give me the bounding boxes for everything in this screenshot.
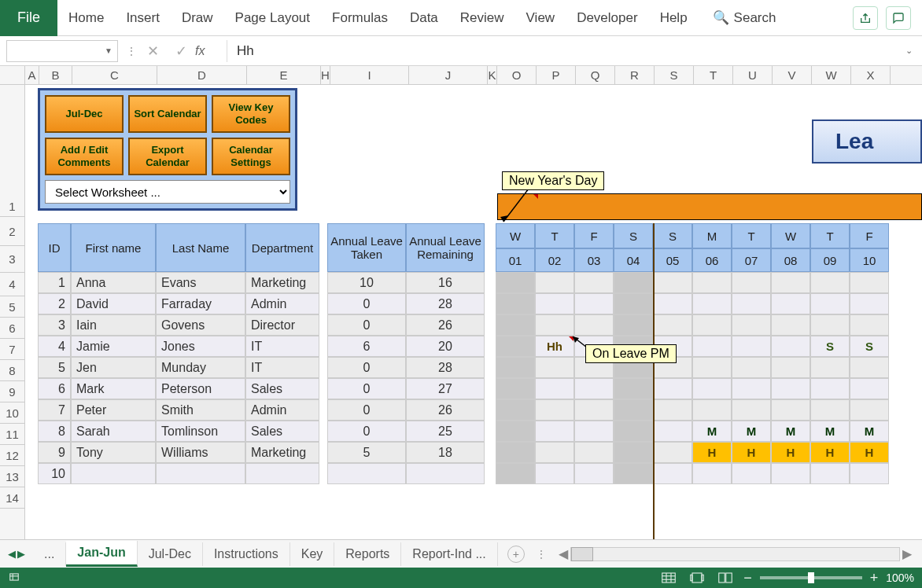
- row-header[interactable]: 10: [0, 402, 24, 424]
- cell-remain[interactable]: 18: [406, 442, 485, 463]
- select-worksheet-dropdown[interactable]: Select Worksheet ...: [45, 180, 290, 204]
- cell-day[interactable]: [771, 399, 810, 421]
- column-header[interactable]: K: [488, 66, 497, 84]
- cell-first[interactable]: Jen: [71, 357, 156, 378]
- cell-day[interactable]: [732, 272, 771, 293]
- cell-last[interactable]: Farraday: [156, 293, 245, 314]
- ribbon-tab-help[interactable]: Help: [649, 0, 699, 36]
- grid-body[interactable]: Jul-Dec Sort Calendar View Key Codes Add…: [25, 85, 922, 539]
- ribbon-tab-page-layout[interactable]: Page Layout: [224, 0, 321, 36]
- cell-first[interactable]: David: [71, 293, 156, 314]
- cell-first[interactable]: Peter: [71, 399, 156, 421]
- cell-last[interactable]: Peterson: [156, 378, 245, 399]
- column-header[interactable]: A: [25, 66, 39, 84]
- cell-day[interactable]: [692, 463, 732, 484]
- cell-day[interactable]: [810, 272, 850, 293]
- cell-day[interactable]: [732, 399, 771, 421]
- cell-day[interactable]: [692, 399, 732, 421]
- cell-day[interactable]: M: [810, 421, 850, 442]
- hscroll-track[interactable]: [570, 547, 900, 561]
- cell-day[interactable]: [614, 378, 653, 399]
- cell-remain[interactable]: 16: [406, 272, 485, 293]
- cell-id[interactable]: 6: [38, 378, 71, 399]
- cell-day[interactable]: [496, 399, 535, 421]
- cell-day[interactable]: [574, 314, 614, 336]
- cell-taken[interactable]: 10: [327, 272, 406, 293]
- row-header[interactable]: 6: [0, 318, 24, 339]
- cell-day[interactable]: [850, 272, 889, 293]
- cell-day[interactable]: Hh: [535, 336, 574, 357]
- cell-taken[interactable]: 0: [327, 378, 406, 399]
- cell-day[interactable]: [535, 442, 574, 463]
- formula-input[interactable]: Hh: [237, 43, 922, 59]
- cell-remain[interactable]: 20: [406, 336, 485, 357]
- cell-day[interactable]: [810, 314, 850, 336]
- cell-day[interactable]: S: [810, 336, 850, 357]
- cell-day[interactable]: H: [732, 442, 771, 463]
- ribbon-tab-view[interactable]: View: [515, 0, 566, 36]
- cell-taken[interactable]: 0: [327, 399, 406, 421]
- column-header[interactable]: U: [733, 66, 773, 84]
- ribbon-tab-review[interactable]: Review: [449, 0, 515, 36]
- cell-taken[interactable]: 6: [327, 336, 406, 357]
- cell-day[interactable]: [496, 378, 535, 399]
- cell-first[interactable]: Mark: [71, 378, 156, 399]
- add-sheet-button[interactable]: +: [507, 546, 525, 563]
- cell-day[interactable]: [496, 293, 535, 314]
- cell-day[interactable]: [692, 272, 732, 293]
- cell-day[interactable]: [496, 421, 535, 442]
- cell-day[interactable]: [810, 357, 850, 378]
- formula-confirm[interactable]: ✓: [167, 42, 195, 60]
- column-header[interactable]: R: [615, 66, 655, 84]
- cell-day[interactable]: [692, 336, 732, 357]
- cell-day[interactable]: [535, 293, 574, 314]
- row-header[interactable]: 3: [0, 246, 24, 273]
- cell-day[interactable]: H: [771, 442, 810, 463]
- cell-day[interactable]: [653, 399, 692, 421]
- cell-day[interactable]: [692, 378, 732, 399]
- cell-id[interactable]: 7: [38, 399, 71, 421]
- sheet-tab-report-ind[interactable]: Report-Ind ...: [401, 542, 497, 566]
- row-header[interactable]: 2: [0, 217, 24, 246]
- chevron-down-icon[interactable]: ⌄: [905, 46, 913, 56]
- row-header[interactable]: 4: [0, 273, 24, 296]
- ribbon-tab-developer[interactable]: Developer: [566, 0, 649, 36]
- cell-day[interactable]: [535, 399, 574, 421]
- cell-day[interactable]: [732, 314, 771, 336]
- zoom-slider[interactable]: [760, 576, 862, 579]
- cell-remain[interactable]: [406, 463, 485, 484]
- cell-taken[interactable]: 0: [327, 357, 406, 378]
- column-header[interactable]: B: [39, 66, 72, 84]
- cell-day[interactable]: H: [810, 442, 850, 463]
- row-header[interactable]: 5: [0, 296, 24, 318]
- zoom-in[interactable]: +: [870, 570, 879, 586]
- cell-last[interactable]: Govens: [156, 314, 245, 336]
- row-header[interactable]: 1: [0, 85, 24, 217]
- cell-dept[interactable]: Admin: [245, 399, 319, 421]
- cell-day[interactable]: S: [850, 336, 889, 357]
- cell-first[interactable]: Tony: [71, 442, 156, 463]
- sheet-tab-reports[interactable]: Reports: [334, 542, 401, 566]
- cell-day[interactable]: M: [692, 421, 732, 442]
- column-header[interactable]: X: [851, 66, 891, 84]
- cell-first[interactable]: Iain: [71, 314, 156, 336]
- cell-day[interactable]: [810, 293, 850, 314]
- column-header[interactable]: E: [247, 66, 321, 84]
- formula-cancel[interactable]: ✕: [138, 42, 167, 60]
- cell-day[interactable]: [732, 463, 771, 484]
- row-header[interactable]: 12: [0, 445, 24, 466]
- cell-id[interactable]: 3: [38, 314, 71, 336]
- ribbon-tab-draw[interactable]: Draw: [171, 0, 224, 36]
- cell-day[interactable]: [692, 314, 732, 336]
- cell-day[interactable]: [692, 293, 732, 314]
- cell-day[interactable]: [692, 357, 732, 378]
- cell-day[interactable]: [850, 463, 889, 484]
- cell-id[interactable]: 4: [38, 336, 71, 357]
- cell-taken[interactable]: 5: [327, 442, 406, 463]
- sheet-nav-next[interactable]: ▶: [17, 548, 25, 560]
- cell-day[interactable]: [810, 378, 850, 399]
- cell-taken[interactable]: 0: [327, 293, 406, 314]
- ribbon-tab-data[interactable]: Data: [399, 0, 449, 36]
- cell-remain[interactable]: 28: [406, 293, 485, 314]
- cell-remain[interactable]: 26: [406, 314, 485, 336]
